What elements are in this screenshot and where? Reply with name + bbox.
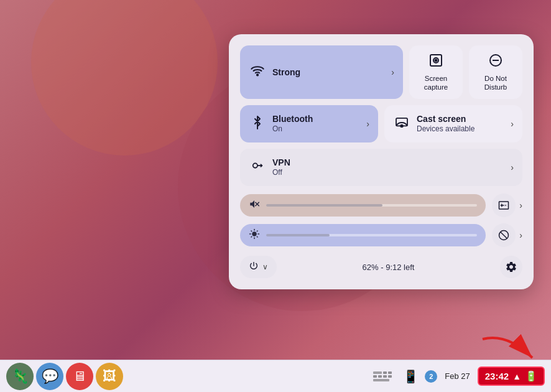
- panel-bottom: ∨ 62% - 9:12 left: [240, 256, 522, 278]
- bluetooth-sublabel: On: [272, 124, 360, 133]
- brightness-track[interactable]: [266, 234, 477, 236]
- do-not-disturb-icon: [488, 53, 503, 72]
- taskbar-wifi-icon: ▲: [512, 371, 521, 381]
- volume-right: ›: [492, 194, 522, 217]
- vpn-chevron[interactable]: ›: [511, 162, 514, 172]
- bg-shape-1: [31, 0, 218, 156]
- volume-track[interactable]: [266, 204, 477, 207]
- remote-app-icon[interactable]: 🖥: [66, 363, 93, 390]
- power-button[interactable]: ∨: [240, 256, 277, 278]
- settings-button[interactable]: [500, 256, 522, 278]
- volume-fill: [266, 204, 382, 207]
- vpn-label: VPN: [272, 157, 504, 168]
- wifi-label: Strong: [272, 67, 385, 78]
- wifi-icon: [249, 64, 266, 81]
- notification-count[interactable]: 2: [425, 370, 437, 383]
- screen-mute-button[interactable]: [492, 194, 516, 217]
- vpn-sublabel: Off: [272, 168, 504, 177]
- cast-screen-sublabel: Devices available: [417, 124, 504, 133]
- brightness-right: ›: [492, 223, 522, 247]
- quick-settings-panel: Strong › Screencapture Do NotDistu: [229, 34, 534, 289]
- wifi-tile[interactable]: Strong ›: [240, 45, 403, 99]
- bluetooth-tile[interactable]: Bluetooth On ›: [240, 105, 378, 142]
- screen-capture-tile[interactable]: Screencapture: [409, 45, 463, 99]
- chat-app-icon[interactable]: 💬: [36, 363, 63, 390]
- screen-capture-label: Screencapture: [424, 75, 448, 92]
- vpn-tile[interactable]: VPN Off ›: [240, 149, 522, 186]
- battery-info: 62% - 9:12 left: [363, 263, 415, 272]
- cast-screen-icon: [393, 117, 410, 131]
- svg-point-9: [253, 163, 257, 167]
- brightness-icon: [249, 228, 260, 243]
- bluetooth-chevron[interactable]: ›: [366, 119, 369, 129]
- svg-point-0: [257, 74, 258, 75]
- volume-slider-row: ›: [240, 194, 522, 217]
- privacy-screen-button[interactable]: [492, 223, 516, 247]
- tile-row-2: Bluetooth On › Cast screen Devices avail…: [240, 105, 522, 142]
- brightness-fill: [266, 234, 330, 236]
- taskbar-date[interactable]: Feb 27: [440, 371, 475, 381]
- power-icon: [249, 261, 259, 273]
- files-app-icon[interactable]: 🦎: [6, 363, 34, 390]
- volume-right-chevron[interactable]: ›: [519, 200, 522, 210]
- power-chevron: ∨: [262, 263, 268, 271]
- svg-point-8: [401, 124, 403, 127]
- taskbar-time-area[interactable]: 23:42 ▲ 🔋: [478, 366, 545, 386]
- keyboard-grid: [373, 371, 392, 381]
- wifi-tile-text: Strong: [272, 67, 385, 78]
- bluetooth-label: Bluetooth: [272, 114, 360, 124]
- photos-app-icon[interactable]: 🖼: [96, 363, 123, 390]
- cast-screen-label: Cast screen: [417, 114, 504, 124]
- brightness-slider-container: [240, 224, 486, 246]
- bluetooth-icon: [249, 116, 266, 133]
- do-not-disturb-tile[interactable]: Do NotDisturb: [469, 45, 522, 99]
- svg-point-3: [435, 59, 437, 61]
- cast-screen-tile[interactable]: Cast screen Devices available ›: [384, 105, 522, 142]
- phone-icon[interactable]: 📱: [399, 365, 422, 388]
- notification-badge: 2: [425, 370, 437, 383]
- taskbar-time: 23:42: [485, 371, 509, 381]
- tile-row-1: Strong › Screencapture Do NotDistu: [240, 45, 522, 99]
- wifi-chevron[interactable]: ›: [391, 67, 394, 77]
- volume-mute-icon: [249, 198, 260, 213]
- brightness-right-chevron[interactable]: ›: [519, 230, 522, 240]
- keyboard-icon[interactable]: [369, 363, 396, 390]
- do-not-disturb-label: Do NotDisturb: [484, 75, 507, 92]
- brightness-slider-row: ›: [240, 223, 522, 247]
- vpn-tile-text: VPN Off: [272, 157, 504, 177]
- svg-line-14: [501, 232, 507, 239]
- cast-screen-chevron[interactable]: ›: [511, 119, 514, 129]
- screen-capture-icon: [428, 53, 443, 72]
- vpn-icon: [249, 160, 266, 175]
- cast-screen-tile-text: Cast screen Devices available: [417, 114, 504, 133]
- bluetooth-tile-text: Bluetooth On: [272, 114, 360, 133]
- tile-row-3: VPN Off ›: [240, 149, 522, 186]
- taskbar: 🦎 💬 🖥 🖼 📱 2 Feb 27 23:42 ▲ 🔋: [0, 360, 551, 392]
- taskbar-battery-icon: 🔋: [525, 370, 537, 382]
- svg-line-12: [261, 166, 262, 167]
- volume-slider-container: [240, 194, 486, 217]
- sliders-section: ›: [240, 194, 522, 247]
